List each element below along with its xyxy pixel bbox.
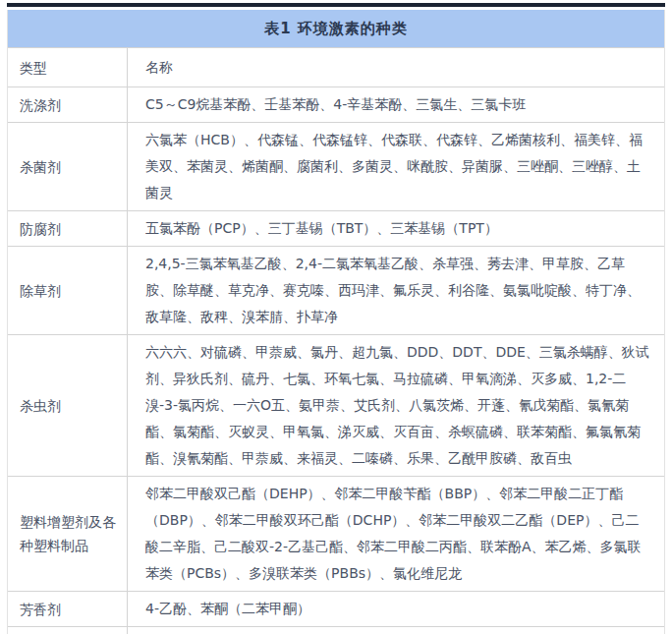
table-row: 洗涤剂 C5～C9烷基苯酚、壬基苯酚、4-辛基苯酚、三氯生、三氯卡班 bbox=[8, 87, 664, 123]
top-divider bbox=[7, 3, 665, 7]
table-body: 洗涤剂 C5～C9烷基苯酚、壬基苯酚、4-辛基苯酚、三氯生、三氯卡班 杀菌剂 六… bbox=[8, 87, 664, 634]
table-row: 染料 烷基酚、4-（亚）硝基甲苯、2-萘酚、2,4-二氯苯酚、阿咪唑、3-氨基-… bbox=[8, 627, 664, 634]
row-type: 除草剂 bbox=[8, 247, 128, 334]
column-header-name: 名称 bbox=[128, 48, 664, 86]
row-type: 芳香剂 bbox=[8, 592, 128, 626]
row-names: 六六六、对硫磷、甲萘威、氯丹、超九氯、DDD、DDT、DDE、三氯杀螨醇、狄试剂… bbox=[128, 335, 664, 476]
table-row: 防腐剂 五氯苯酚（PCP）、三丁基锡（TBT）、三苯基锡（TPT） bbox=[8, 211, 664, 247]
row-names: 4-乙酚、苯酮（二苯甲酮） bbox=[128, 592, 664, 626]
table-row: 杀虫剂 六六六、对硫磷、甲萘威、氯丹、超九氯、DDD、DDT、DDE、三氯杀螨醇… bbox=[8, 335, 664, 477]
row-names: 邻苯二甲酸双己酯（DEHP）、邻苯二甲酸苄酯（BBP）、邻苯二甲酸二正丁酯（DB… bbox=[128, 477, 664, 591]
row-type: 防腐剂 bbox=[8, 211, 128, 246]
table-row: 塑料增塑剂及各种塑料制品 邻苯二甲酸双己酯（DEHP）、邻苯二甲酸苄酯（BBP）… bbox=[8, 477, 664, 592]
row-names: 烷基酚、4-（亚）硝基甲苯、2-萘酚、2,4-二氯苯酚、阿咪唑、3-氨基-1,2… bbox=[128, 627, 664, 634]
row-type: 染料 bbox=[8, 627, 128, 634]
row-type: 杀菌剂 bbox=[8, 123, 128, 210]
column-header-type: 类型 bbox=[8, 48, 128, 86]
table-row: 杀菌剂 六氯苯（HCB）、代森锰、代森锰锌、代森联、代森锌、乙烯菌核利、福美锌、… bbox=[8, 123, 664, 211]
header-row: 类型 名称 bbox=[8, 47, 664, 87]
row-type: 杀虫剂 bbox=[8, 335, 128, 476]
row-names: C5～C9烷基苯酚、壬基苯酚、4-辛基苯酚、三氯生、三氯卡班 bbox=[128, 87, 664, 122]
row-names: 2,4,5-三氯苯氧基乙酸、2,4-二氯苯氧基乙酸、杀草强、莠去津、甲草胺、乙草… bbox=[128, 247, 664, 334]
row-names: 五氯苯酚（PCP）、三丁基锡（TBT）、三苯基锡（TPT） bbox=[128, 211, 664, 246]
environmental-hormones-table: 表1 环境激素的种类 类型 名称 洗涤剂 C5～C9烷基苯酚、壬基苯酚、4-辛基… bbox=[7, 10, 665, 634]
table-row: 除草剂 2,4,5-三氯苯氧基乙酸、2,4-二氯苯氧基乙酸、杀草强、莠去津、甲草… bbox=[8, 247, 664, 335]
row-type: 洗涤剂 bbox=[8, 87, 128, 122]
table-row: 芳香剂 4-乙酚、苯酮（二苯甲酮） bbox=[8, 592, 664, 627]
row-type: 塑料增塑剂及各种塑料制品 bbox=[8, 477, 128, 591]
row-names: 六氯苯（HCB）、代森锰、代森锰锌、代森联、代森锌、乙烯菌核利、福美锌、福美双、… bbox=[128, 123, 664, 210]
table-title: 表1 环境激素的种类 bbox=[8, 10, 664, 47]
table-page: 表1 环境激素的种类 类型 名称 洗涤剂 C5～C9烷基苯酚、壬基苯酚、4-辛基… bbox=[0, 0, 672, 634]
